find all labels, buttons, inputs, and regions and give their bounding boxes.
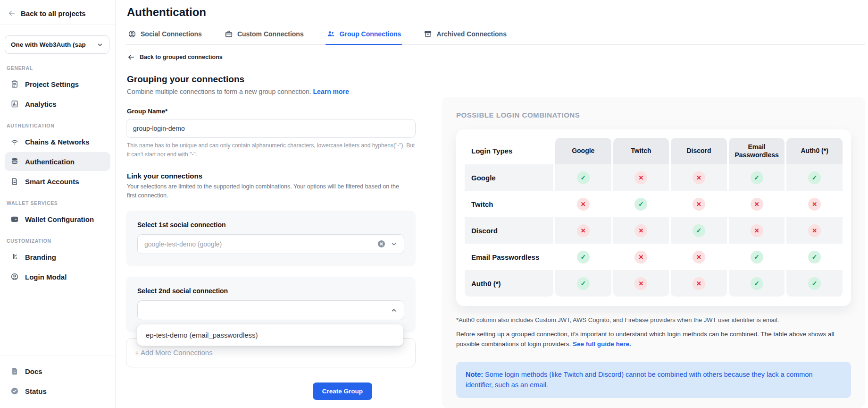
x-icon: ✕ <box>693 251 705 264</box>
sidebar: Back to all projects One with Web3Auth (… <box>0 0 116 408</box>
wifi-icon <box>10 137 19 146</box>
combo-header-google: Google <box>555 138 611 164</box>
combo-cell-google-google: ✓ <box>555 164 611 191</box>
combo-header-email-passwordless: Email Passwordless <box>729 138 785 164</box>
tab-group-connections[interactable]: Group Connections <box>326 26 402 44</box>
sidebar-item-branding[interactable]: Branding <box>5 247 110 266</box>
combo-cell-auth0-google: ✓ <box>555 270 611 297</box>
clipboard-icon <box>10 80 19 88</box>
combo-header-twitch: Twitch <box>613 138 669 164</box>
sidebar-item-label: Chains & Networks <box>25 138 90 146</box>
sidebar-item-label: Status <box>25 387 47 395</box>
project-selector[interactable]: One with Web3Auth (sap <box>5 35 109 54</box>
connection-dropdown: ep-test-demo (email_passwordless) <box>137 324 403 346</box>
file-icon <box>10 177 19 186</box>
check-icon: ✓ <box>693 224 705 237</box>
link-connections-title: Link your connections <box>127 172 416 180</box>
back-to-grouped-connections-link[interactable]: Back to grouped connections <box>127 53 416 61</box>
group-name-input[interactable] <box>126 119 416 138</box>
combinations-title: POSSIBLE LOGIN COMBINATIONS <box>456 111 851 119</box>
full-guide-link[interactable]: See full guide here. <box>573 340 631 348</box>
x-icon: ✕ <box>693 198 705 211</box>
sidebar-item-label: Smart Accounts <box>25 178 79 186</box>
dropdown-option-ep-test-demo-email-passwordless[interactable]: ep-test-demo (email_passwordless) <box>137 324 403 346</box>
sidebar-item-chains-networks[interactable]: Chains & Networks <box>5 132 110 151</box>
sidebar-item-analytics[interactable]: Analytics <box>5 94 110 113</box>
note-box: Note: Some login methods (like Twitch an… <box>456 362 851 398</box>
link-connections-subtitle: Your selections are limited to the suppo… <box>127 182 410 200</box>
combo-cell-auth0-twitch: ✕ <box>613 270 669 297</box>
combo-column-email-passwordless: Email Passwordless✓✕✕✓✓ <box>729 138 785 297</box>
sidebar-item-label: Docs <box>25 367 42 375</box>
x-icon: ✕ <box>693 171 705 184</box>
tab-label: Archived Connections <box>436 30 507 38</box>
sidebar-item-wallet-configuration[interactable]: Wallet Configuration <box>5 210 110 229</box>
first-connection-card: Select 1st social connection google-test… <box>126 211 416 266</box>
auth0-footnote: *Auth0 column also includes Custom JWT, … <box>456 316 851 323</box>
check-icon: ✓ <box>751 251 763 264</box>
x-icon: ✕ <box>634 171 647 184</box>
back-to-projects-link[interactable]: Back to all projects <box>0 0 115 25</box>
project-selector-value: One with Web3Auth (sap <box>11 41 86 48</box>
combo-cell-google-twitch: ✕ <box>613 164 669 191</box>
sidebar-item-login-modal[interactable]: Login Modal <box>5 267 110 286</box>
arrow-left-icon <box>8 9 16 17</box>
chevron-down-icon[interactable] <box>391 241 397 247</box>
add-more-connections-button[interactable]: + Add More Connections <box>135 348 213 357</box>
x-icon: ✕ <box>693 277 705 290</box>
tab-social-connections[interactable]: Social Connections <box>127 26 203 44</box>
first-connection-select[interactable]: google-test-demo (google) <box>137 234 404 254</box>
sidebar-item-smart-accounts[interactable]: Smart Accounts <box>5 172 110 191</box>
chevron-up-icon[interactable] <box>391 307 397 314</box>
check-icon: ✓ <box>751 171 763 184</box>
check-circle-icon <box>10 387 19 395</box>
tab-custom-connections[interactable]: Custom Connections <box>224 26 305 44</box>
user-circle-icon <box>128 30 136 38</box>
sidebar-item-project-settings[interactable]: Project Settings <box>5 75 110 94</box>
archive-icon <box>424 30 432 38</box>
second-connection-select[interactable] <box>137 300 404 320</box>
combo-row-label-google: Google <box>465 164 553 191</box>
combo-cell-twitch-google: ✕ <box>555 191 611 217</box>
sidebar-item-docs[interactable]: Docs <box>5 362 110 381</box>
check-icon: ✓ <box>577 251 590 264</box>
learn-more-link[interactable]: Learn more <box>313 88 349 95</box>
combo-row-label-email-passwordless: Email Passwordless <box>465 244 553 270</box>
users-icon <box>326 29 335 38</box>
combo-cell-auth0-discord: ✕ <box>671 270 727 297</box>
clear-x-circle-icon[interactable] <box>377 239 386 248</box>
x-icon: ✕ <box>577 198 590 211</box>
x-icon: ✕ <box>634 277 647 290</box>
x-icon: ✕ <box>634 224 647 237</box>
brush-icon <box>10 253 19 261</box>
sidebar-item-label: Wallet Configuration <box>25 215 94 223</box>
group-form: Back to grouped connections Grouping you… <box>126 45 416 408</box>
combo-cell-twitch-email-passwordless: ✕ <box>729 191 785 217</box>
wallet-icon <box>10 215 19 223</box>
tab-label: Social Connections <box>141 30 202 38</box>
combo-cell-discord-google: ✕ <box>555 217 611 244</box>
sidebar-item-authentication[interactable]: Authentication <box>5 152 110 171</box>
x-icon: ✕ <box>808 198 821 211</box>
section-label-wallet-services: WALLET SERVICES <box>0 192 115 209</box>
sidebar-item-label: Branding <box>25 253 56 261</box>
first-connection-label: Select 1st social connection <box>137 221 404 229</box>
main-content: Authentication Social ConnectionsCustom … <box>116 0 868 408</box>
second-connection-card: Select 2nd social connection ep-test-dem… <box>126 277 416 332</box>
note-label: Note: <box>466 371 483 378</box>
x-icon: ✕ <box>751 224 763 237</box>
stack-icon <box>10 157 19 166</box>
create-group-button[interactable]: Create Group <box>313 382 372 400</box>
first-connection-value: google-test-demo (google) <box>144 240 377 248</box>
briefcase-icon <box>225 30 233 38</box>
check-icon: ✓ <box>808 171 821 184</box>
tab-archived-connections[interactable]: Archived Connections <box>423 26 508 44</box>
combo-row-label-twitch: Twitch <box>465 191 553 217</box>
sidebar-item-status[interactable]: Status <box>5 382 110 400</box>
check-icon: ✓ <box>577 171 590 184</box>
divider <box>0 25 115 25</box>
section-label-customization: CUSTOMIZATION <box>0 230 115 246</box>
sidebar-item-label: Login Modal <box>25 273 67 281</box>
x-icon: ✕ <box>751 198 763 211</box>
note-text: Some login methods (like Twitch and Disc… <box>466 371 813 389</box>
